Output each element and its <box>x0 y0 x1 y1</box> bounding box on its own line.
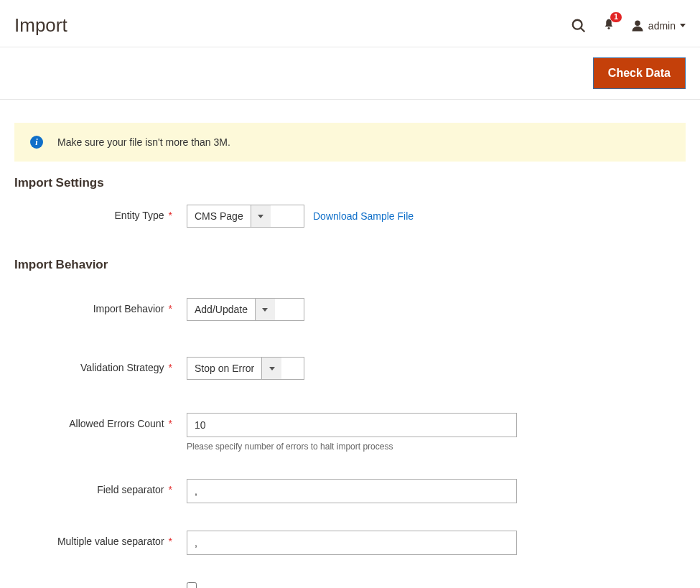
allowed-errors-input[interactable] <box>187 413 517 437</box>
import-settings-heading: Import Settings <box>0 176 700 197</box>
validation-strategy-label: Validation Strategy <box>14 357 187 373</box>
info-icon: i <box>30 136 43 149</box>
field-separator-label: Field separator <box>14 479 187 495</box>
svg-line-1 <box>581 28 584 32</box>
download-sample-link[interactable]: Download Sample File <box>313 210 414 222</box>
svg-point-2 <box>607 27 610 29</box>
allowed-errors-label: Allowed Errors Count <box>14 413 187 429</box>
validation-strategy-value: Stop on Error <box>187 358 261 379</box>
svg-point-0 <box>573 19 582 29</box>
multiple-value-separator-label: Multiple value separator <box>14 531 187 547</box>
entity-type-select[interactable]: CMS Page <box>187 205 304 228</box>
chevron-down-icon <box>680 24 686 27</box>
chevron-down-icon <box>255 299 275 320</box>
user-menu[interactable]: admin <box>631 19 686 32</box>
info-alert: i Make sure your file isn't more than 3M… <box>14 123 686 162</box>
notifications-icon[interactable]: 1 <box>602 17 615 34</box>
user-icon <box>631 19 644 32</box>
notifications-badge: 1 <box>610 12 622 22</box>
alert-message: Make sure your file isn't more than 3M. <box>57 136 230 148</box>
entity-type-value: CMS Page <box>187 205 251 227</box>
fields-enclosure-label: Fields enclosure <box>14 582 187 588</box>
field-separator-input[interactable] <box>187 479 517 503</box>
chevron-down-icon <box>261 358 281 379</box>
import-behavior-label: Import Behavior <box>14 298 187 314</box>
user-label: admin <box>648 20 676 32</box>
svg-point-3 <box>635 20 640 26</box>
multiple-value-separator-input[interactable] <box>187 531 517 555</box>
check-data-button[interactable]: Check Data <box>593 57 686 89</box>
allowed-errors-hint: Please specify number of errors to halt … <box>187 442 546 452</box>
chevron-down-icon <box>251 205 271 227</box>
import-behavior-select[interactable]: Add/Update <box>187 298 304 321</box>
entity-type-label: Entity Type <box>14 205 187 221</box>
fields-enclosure-checkbox[interactable] <box>187 582 197 588</box>
import-behavior-heading: Import Behavior <box>0 258 700 279</box>
validation-strategy-select[interactable]: Stop on Error <box>187 357 304 380</box>
page-title: Import <box>14 14 67 37</box>
search-icon[interactable] <box>571 18 587 34</box>
import-behavior-value: Add/Update <box>187 299 255 320</box>
